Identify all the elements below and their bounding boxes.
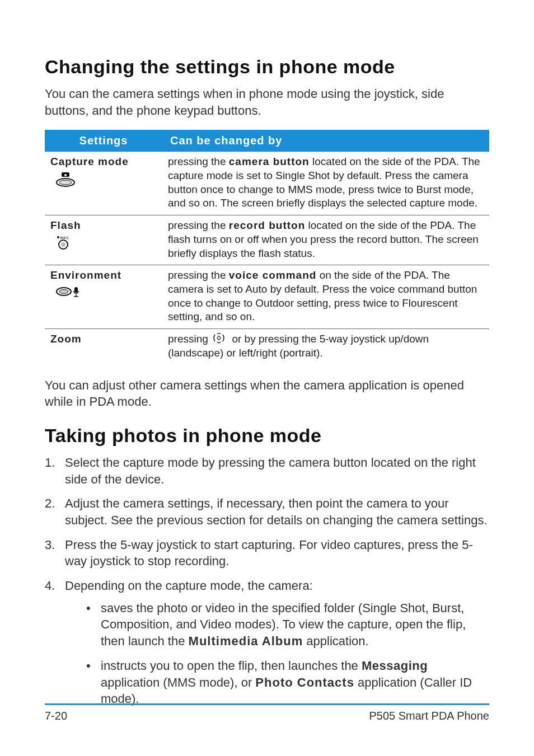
svg-rect-10 (74, 287, 78, 293)
table-header-settings: Settings (45, 130, 162, 152)
svg-text:REC: REC (60, 236, 69, 240)
svg-point-9 (59, 289, 68, 293)
svg-point-7 (61, 242, 65, 247)
list-item: Depending on the capture mode, the camer… (45, 577, 489, 707)
settings-table: Settings Can be changed by Capture mode (45, 130, 489, 364)
footer-page-number: 7-20 (45, 710, 67, 722)
heading-changing-settings: Changing the settings in phone mode (45, 56, 489, 78)
page-footer: 7-20 P505 Smart PDA Phone (45, 703, 489, 722)
heading-taking-photos: Taking photos in phone mode (45, 425, 489, 447)
svg-point-4 (57, 236, 59, 238)
setting-desc-flash: pressing the record button located on th… (162, 215, 489, 265)
svg-point-3 (59, 180, 72, 185)
zoom-button-icon (212, 333, 228, 346)
setting-desc-capture-mode: pressing the camera button located on th… (162, 152, 489, 215)
record-icon: REC (50, 233, 157, 250)
setting-label-zoom: Zoom (50, 333, 82, 345)
table-header-changed-by: Can be changed by (162, 130, 489, 152)
footer-device-name: P505 Smart PDA Phone (369, 710, 489, 722)
steps-list: Select the capture mode by pressing the … (45, 454, 489, 707)
bullet-item: instructs you to open the flip, then lau… (86, 658, 489, 707)
setting-label-environment: Environment (50, 269, 121, 281)
setting-label-flash: Flash (50, 219, 81, 231)
setting-label-capture-mode: Capture mode (50, 156, 129, 167)
setting-desc-zoom: pressing or by pressing the 5-way joysti… (162, 328, 489, 364)
table-row: Capture mode pressing the camera button … (45, 152, 489, 215)
voice-command-icon (50, 283, 157, 298)
list-item: Press the 5-way joystick to start captur… (45, 537, 489, 570)
table-row: Environment pressing the voice com (45, 265, 489, 329)
table-row: Zoom pressing or by pressing the 5-way j… (45, 328, 489, 364)
bullet-item: saves the photo or video in the specifie… (86, 600, 489, 650)
table-row: Flash REC pressing the record button loc… (45, 215, 489, 265)
camera-icon (50, 169, 157, 188)
intro-paragraph-2: You can adjust other camera settings whe… (45, 377, 489, 410)
intro-paragraph-1: You can the camera settings when in phon… (45, 86, 489, 119)
list-item: Adjust the camera settings, if necessary… (45, 495, 489, 528)
setting-desc-environment: pressing the voice command on the side o… (162, 265, 489, 329)
list-item: Select the capture mode by pressing the … (45, 454, 489, 487)
svg-point-1 (64, 174, 67, 176)
